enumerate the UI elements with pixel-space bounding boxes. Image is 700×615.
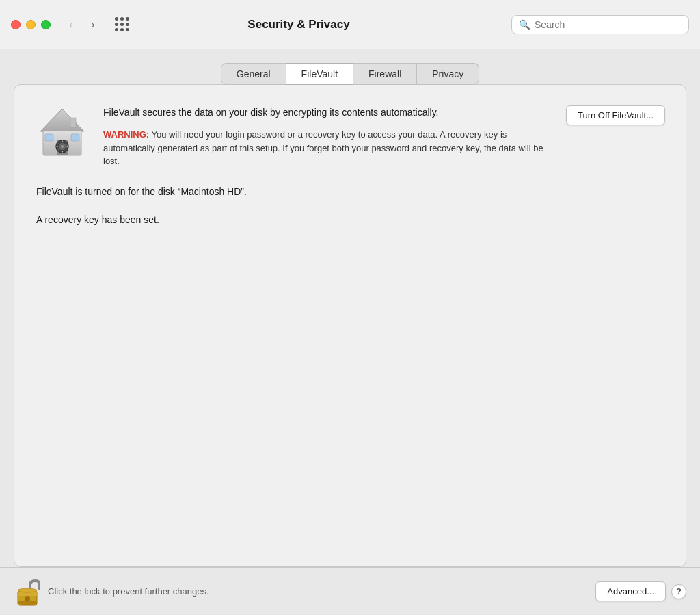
search-input[interactable] — [535, 19, 682, 30]
svg-point-6 — [61, 145, 64, 148]
svg-rect-11 — [45, 134, 53, 141]
filevault-row: FileVault secures the data on your disk … — [35, 105, 665, 168]
advanced-button[interactable]: Advanced... — [595, 581, 666, 601]
filevault-text-area: FileVault secures the data on your disk … — [103, 105, 552, 168]
tab-filevault[interactable]: FileVault — [286, 63, 353, 85]
svg-marker-0 — [40, 109, 84, 131]
lock-section: Click the lock to prevent further change… — [14, 577, 595, 607]
back-button[interactable]: ‹ — [62, 15, 81, 34]
svg-point-17 — [18, 588, 37, 592]
grid-icon — [115, 17, 129, 31]
svg-rect-12 — [71, 134, 79, 141]
panel-content: FileVault secures the data on your disk … — [35, 105, 665, 241]
tab-privacy[interactable]: Privacy — [417, 63, 479, 85]
warning-body: You will need your login password or a r… — [103, 129, 543, 166]
filevault-panel: FileVault secures the data on your disk … — [14, 84, 686, 567]
bottom-buttons: Advanced... ? — [595, 581, 686, 601]
window-title: Security & Privacy — [141, 18, 457, 31]
titlebar: ‹ › Security & Privacy 🔍 — [0, 0, 700, 49]
status-disk-text: FileVault is turned on for the disk “Mac… — [35, 185, 665, 199]
maximize-button[interactable] — [41, 20, 51, 29]
filevault-icon — [35, 105, 90, 160]
grid-view-button[interactable] — [111, 14, 133, 36]
warning-label: WARNING: — [103, 129, 149, 140]
bottom-bar: Click the lock to prevent further change… — [0, 567, 700, 615]
help-button[interactable]: ? — [671, 584, 686, 599]
content-area: General FileVault Firewall Privacy — [0, 49, 700, 567]
warning-text: WARNING: You will need your login passwo… — [103, 128, 552, 168]
nav-buttons: ‹ › — [62, 15, 103, 34]
turn-off-filevault-button[interactable]: Turn Off FileVault... — [566, 105, 665, 125]
description-text: FileVault secures the data on your disk … — [103, 105, 552, 120]
lock-button[interactable] — [14, 577, 41, 607]
svg-rect-1 — [70, 118, 76, 127]
traffic-lights — [11, 20, 51, 29]
tab-bar: General FileVault Firewall Privacy — [14, 63, 686, 85]
minimize-button[interactable] — [26, 20, 36, 29]
tab-general[interactable]: General — [221, 63, 286, 85]
search-box[interactable]: 🔍 — [511, 15, 689, 34]
search-icon: 🔍 — [519, 19, 530, 30]
lock-text: Click the lock to prevent further change… — [48, 586, 209, 597]
close-button[interactable] — [11, 20, 21, 29]
status-recovery-text: A recovery key has been set. — [35, 213, 665, 227]
tab-firewall[interactable]: Firewall — [353, 63, 417, 85]
svg-point-18 — [18, 601, 37, 605]
forward-button[interactable]: › — [83, 15, 103, 34]
